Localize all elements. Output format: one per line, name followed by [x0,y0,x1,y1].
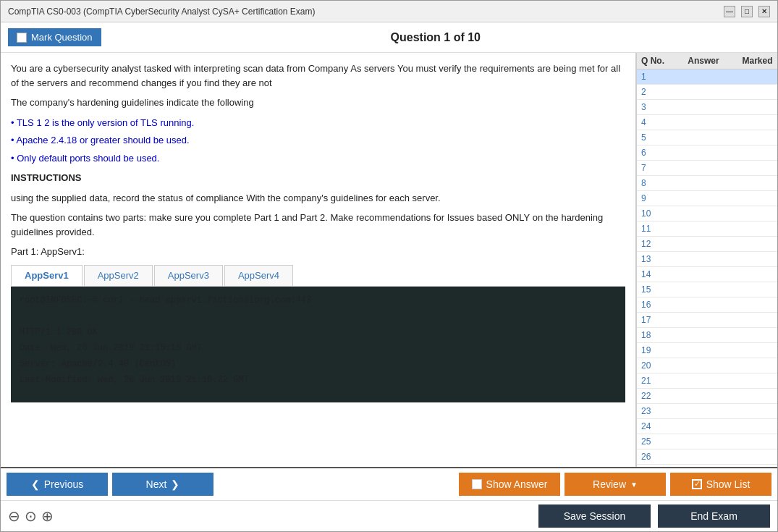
terminal-line-2 [20,310,617,323]
zoom-in-icon[interactable]: ⊕ [41,507,54,525]
mark-question-button[interactable]: ✓ Mark Question [8,28,101,46]
terminal-line-4: Date: Wed, 26 Jun 2019 21:15:15 GMT [20,342,617,355]
q-number[interactable]: 15 [637,282,669,297]
next-button[interactable]: Next [112,473,213,496]
table-row[interactable]: 1 [637,69,777,85]
table-row[interactable]: 5 [637,130,777,145]
table-row[interactable]: 3 [637,100,777,115]
mark-question-label: Mark Question [31,32,93,43]
q-answer [669,343,737,358]
q-marked [737,145,777,160]
table-row[interactable]: 25 [637,434,777,449]
table-row[interactable]: 24 [637,419,777,434]
q-answer [669,449,737,464]
bullet-1: • TLS 1 2 is the only version of TLS run… [11,116,625,130]
q-number[interactable]: 22 [637,389,669,403]
q-number[interactable]: 19 [637,343,669,358]
table-row[interactable]: 11 [637,221,777,237]
q-marked [737,221,777,236]
q-marked [737,237,777,251]
tab-appserv1[interactable]: AppServ1 [11,265,83,286]
q-number[interactable]: 7 [637,161,669,175]
end-exam-button[interactable]: End Exam [658,504,770,528]
q-number[interactable]: 1 [637,69,669,84]
q-number[interactable]: 14 [637,267,669,282]
show-answer-label: Show Answer [486,478,548,490]
show-list-button[interactable]: Show List [670,473,771,496]
minimize-button[interactable]: — [724,6,735,17]
table-row[interactable]: 4 [637,115,777,130]
table-row[interactable]: 7 [637,161,777,176]
q-number[interactable]: 9 [637,191,669,206]
q-number[interactable]: 8 [637,176,669,190]
q-number[interactable]: 5 [637,130,669,145]
q-number[interactable]: 13 [637,252,669,266]
q-number[interactable]: 26 [637,449,669,464]
table-row[interactable]: 26 [637,449,777,465]
q-answer [669,161,737,175]
q-answer [669,115,737,130]
q-answer [669,313,737,327]
table-row[interactable]: 18 [637,328,777,343]
table-row[interactable]: 15 [637,282,777,297]
content-row: You are a cybersecurity analyst tasked w… [1,53,777,467]
q-number[interactable]: 4 [637,115,669,130]
show-answer-button[interactable]: Show Answer [459,473,560,496]
save-session-button[interactable]: Save Session [538,504,651,528]
header-qno: Q No. [637,53,669,69]
q-number[interactable]: 10 [637,206,669,221]
table-row[interactable]: 20 [637,358,777,373]
q-marked [737,297,777,312]
q-number[interactable]: 21 [637,373,669,388]
q-number[interactable]: 2 [637,85,669,99]
table-row[interactable]: 10 [637,206,777,221]
q-number[interactable]: 20 [637,358,669,373]
table-row[interactable]: 6 [637,145,777,161]
table-row[interactable]: 2 [637,85,777,100]
maximize-button[interactable]: □ [741,6,753,17]
table-row[interactable]: 9 [637,191,777,206]
q-number[interactable]: 24 [637,419,669,434]
q-number[interactable]: 12 [637,237,669,251]
table-row[interactable]: 22 [637,389,777,404]
q-number[interactable]: 25 [637,434,669,449]
tab-appserv2[interactable]: AppServ2 [84,265,153,286]
table-row[interactable]: 12 [637,237,777,252]
close-button[interactable]: ✕ [758,6,770,17]
q-number[interactable]: 16 [637,297,669,312]
q-number[interactable]: 23 [637,404,669,418]
q-marked [737,191,777,206]
q-number[interactable]: 18 [637,328,669,342]
q-answer [669,434,737,449]
q-number[interactable]: 17 [637,313,669,327]
q-marked [737,206,777,221]
tab-appserv4[interactable]: AppServ4 [224,265,293,286]
terminal-line-3: HTTP/1.1 200 OK [20,326,617,339]
table-row[interactable]: 17 [637,313,777,328]
zoom-reset-icon[interactable]: ⊙ [25,507,37,525]
table-row[interactable]: 19 [637,343,777,358]
part1-label: Part 1: AppServ1: [11,245,625,259]
q-marked [737,313,777,327]
q-number[interactable]: 3 [637,100,669,114]
q-number[interactable]: 11 [637,221,669,236]
q-marked [737,434,777,449]
table-row[interactable]: 21 [637,373,777,389]
server-tabs: AppServ1 AppServ2 AppServ3 AppServ4 [11,265,625,287]
question-list: 1 2 3 4 5 6 7 8 [637,69,777,467]
zoom-out-icon[interactable]: ⊖ [8,507,20,525]
q-answer [669,358,737,373]
table-row[interactable]: 16 [637,297,777,313]
table-row[interactable]: 13 [637,252,777,267]
q-answer [669,328,737,342]
tab-appserv3[interactable]: AppServ3 [154,265,223,286]
q-number[interactable]: 6 [637,145,669,160]
q-answer [669,206,737,221]
question-panel: You are a cybersecurity analyst tasked w… [1,53,636,467]
table-row[interactable]: 23 [637,404,777,419]
table-row[interactable]: 14 [637,267,777,282]
previous-button[interactable]: Previous [7,473,108,496]
review-button[interactable]: Review ▼ [565,473,666,496]
q-answer [669,297,737,312]
table-row[interactable]: 8 [637,176,777,191]
